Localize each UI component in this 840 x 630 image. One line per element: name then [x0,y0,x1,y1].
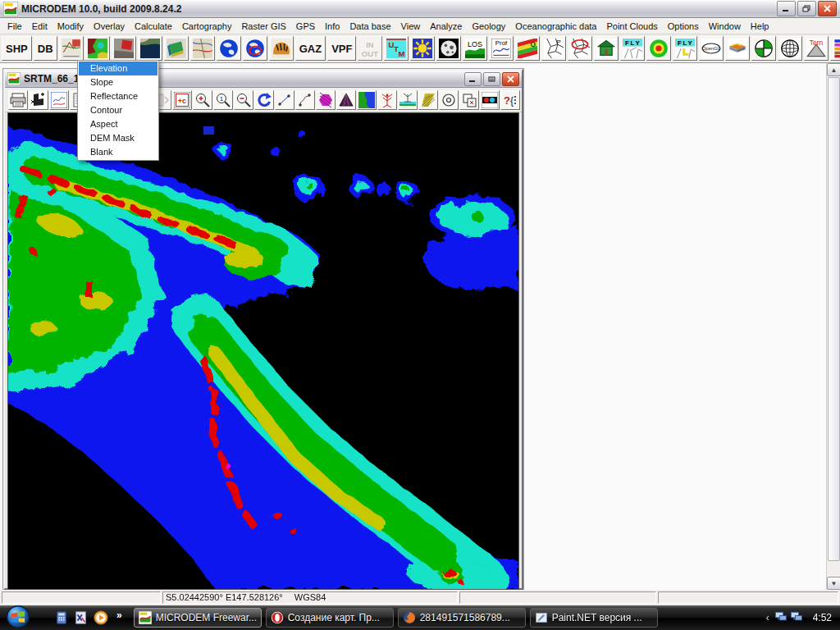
menu-cartography[interactable]: Cartography [177,20,237,33]
flood-basin-button[interactable] [357,90,377,110]
menu-help[interactable]: Help [746,20,774,33]
menu-file[interactable]: File [2,20,27,33]
menu-item-blank[interactable]: Blank [79,145,158,159]
menu-gps[interactable]: GPS [291,20,320,33]
gazetteer-button[interactable]: GAZ [295,36,326,61]
import-export-button[interactable]: INOUT [358,36,382,61]
shapefile-button[interactable]: SHP [2,36,32,61]
menu-view[interactable]: View [396,20,426,33]
anaglyph-button[interactable] [480,90,500,110]
task-firefox[interactable]: 281491571586789... [398,608,526,628]
save-map-button[interactable] [29,90,48,110]
moon-position-button[interactable] [436,36,461,61]
scroll-down-button[interactable]: ▼ [827,577,840,590]
fly-route-button[interactable]: FLY [673,36,697,61]
zoom-out-button[interactable] [234,90,253,110]
globe-view-button[interactable] [778,36,802,61]
minimize-button[interactable] [777,1,796,16]
world-outline-button[interactable] [217,36,241,61]
menu-item-aspect[interactable]: Aspect [79,117,158,131]
task-microdem[interactable]: MICRODEM Freewar... [134,608,262,628]
line-of-sight-button[interactable]: LOS [463,36,487,61]
tin-triangulation-button[interactable]: Tern [804,36,829,61]
quick-launch-calculator[interactable] [54,610,69,625]
terrain-block-button[interactable] [725,36,750,61]
scroll-up-button[interactable]: ▲ [827,63,840,76]
quick-launch-app[interactable] [74,610,89,625]
area-measure-button[interactable] [316,90,336,110]
fracture-analysis-button[interactable] [568,36,592,61]
start-button[interactable] [7,605,31,630]
copy-image-button[interactable] [459,90,479,110]
geology-fold-button[interactable]: O [515,36,540,61]
tray-expand-arrow[interactable]: ‹ [766,612,769,623]
task-paintnet[interactable]: Paint.NET версия ... [530,608,658,628]
measure-distance-button[interactable] [275,90,294,110]
fly-through-button[interactable]: FLY [620,36,645,61]
map-settings-button[interactable] [49,90,69,110]
menu-edit[interactable]: Edit [27,20,52,33]
map-close-button[interactable] [502,72,519,86]
subset-grid-button[interactable]: +c [172,90,192,110]
print-map-button[interactable] [8,90,28,110]
open-dem-button[interactable] [85,36,110,61]
map-restore-button[interactable] [483,72,500,86]
structures-button[interactable] [594,36,619,61]
menu-info[interactable]: Info [320,20,345,33]
menu-item-elevation[interactable]: Elevation [79,62,158,75]
menu-analyze[interactable]: Analyze [425,20,467,33]
menu-item-slope[interactable]: Slope [79,75,158,89]
menu-data-base[interactable]: Data base [345,20,395,33]
sun-position-button[interactable] [410,36,435,61]
horizon-blocking-button[interactable] [398,90,418,110]
open-satellite-image-button[interactable] [112,36,136,61]
quick-launch-media[interactable] [94,610,108,625]
geology-map-button[interactable] [190,36,215,61]
menu-item-reflectance[interactable]: Reflectance [79,89,158,103]
utm-grid-button[interactable]: UTM [384,36,409,61]
open-imagery-button[interactable] [138,36,162,61]
menu-item-dem-mask[interactable]: DEM Mask [79,131,158,145]
open-scanned-map-button[interactable] [59,36,84,61]
scrollbar-thumb[interactable] [828,77,840,561]
block-diagram-button[interactable] [164,36,189,61]
world-projection-button[interactable] [243,36,267,61]
intervisibility-button[interactable] [377,90,397,110]
mdi-vertical-scrollbar[interactable]: ▲ ▼ [826,63,840,590]
zoom-full-button[interactable]: 1 [213,90,233,110]
close-button[interactable] [818,1,837,16]
rose-diagram-button[interactable] [751,36,776,61]
zoom-in-button[interactable] [193,90,212,110]
quick-launch-chevron[interactable]: » [116,609,122,621]
elevation-map-canvas[interactable] [7,112,519,590]
map-help-button[interactable]: ?{ [500,90,520,110]
menu-options[interactable]: Options [663,20,704,33]
menu-window[interactable]: Window [704,20,746,33]
menu-raster-gis[interactable]: Raster GIS [236,20,290,33]
menu-modify[interactable]: Modify [52,20,89,33]
viewshed-fan-button[interactable] [418,90,438,110]
tray-network-2[interactable] [790,610,803,625]
fracture-map-button[interactable]: P [541,36,566,61]
vpf-button[interactable]: VPF [327,36,356,61]
redraw-map-button[interactable] [254,90,274,110]
stream-profile-button[interactable] [295,90,315,110]
tiger-data-button[interactable] [269,36,294,61]
menu-point-clouds[interactable]: Point Clouds [601,20,662,33]
map-minimize-button[interactable] [464,72,482,86]
restore-button[interactable] [797,1,816,16]
terrain-profile-button[interactable]: Prof [489,36,514,61]
weapons-range-button[interactable] [646,36,671,61]
range-circles-button[interactable] [439,90,459,110]
database-button[interactable]: DB [34,36,57,61]
menu-overlay[interactable]: Overlay [89,20,130,33]
opengl-view-button[interactable]: OpenGL [699,36,724,61]
menu-item-contour[interactable]: Contour [79,103,158,117]
task-opera[interactable]: Создание карт. Пр... [266,608,394,628]
volume-button[interactable] [336,90,356,110]
stratigraphic-column-button[interactable] [830,36,840,61]
menu-oceanographic-data[interactable]: Oceanographic data [510,20,601,33]
menu-calculate[interactable]: Calculate [130,20,177,33]
menu-geology[interactable]: Geology [467,20,510,33]
tray-network-1[interactable] [774,610,788,625]
